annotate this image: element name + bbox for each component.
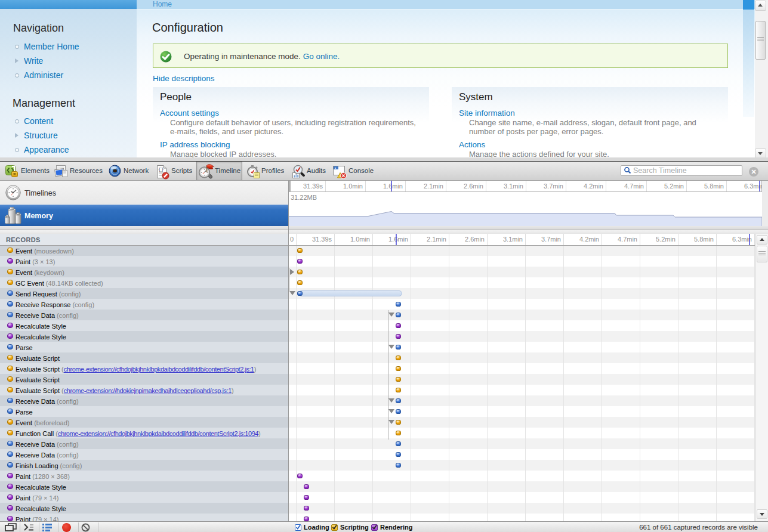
svg-text:{}: {} xyxy=(158,166,164,172)
